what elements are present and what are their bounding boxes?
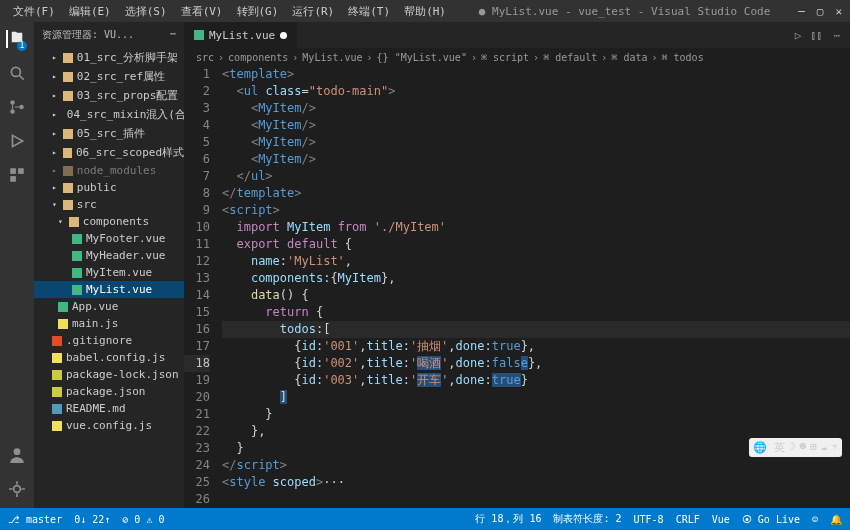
tree-item[interactable]: src	[34, 196, 184, 213]
tab-size[interactable]: 制表符长度: 2	[553, 512, 621, 526]
branch-indicator[interactable]: ⎇ master	[8, 514, 62, 525]
bell-icon[interactable]: 🔔	[830, 514, 842, 525]
problems-indicator[interactable]: ⊘ 0 ⚠ 0	[122, 514, 164, 525]
md-icon	[52, 404, 62, 414]
folder-icon	[63, 183, 73, 193]
activitybar	[0, 22, 34, 508]
extensions-icon[interactable]	[8, 166, 26, 184]
split-icon[interactable]: ⫿⫿	[811, 29, 823, 42]
sync-indicator[interactable]: 0↓ 22↑	[74, 514, 110, 525]
tab-bar: MyList.vue ▷ ⫿⫿ ⋯	[184, 22, 850, 48]
ime-button[interactable]: ☁	[821, 440, 828, 455]
menu-item[interactable]: 文件(F)	[8, 2, 60, 21]
eol[interactable]: CRLF	[676, 514, 700, 525]
folder-icon	[63, 148, 72, 158]
ime-button[interactable]: 🌐 英	[753, 440, 785, 455]
menu-item[interactable]: 编辑(E)	[64, 2, 116, 21]
feedback-icon[interactable]: ☺	[812, 514, 818, 525]
tree-item[interactable]: MyItem.vue	[34, 264, 184, 281]
tree-item[interactable]: babel.config.js	[34, 349, 184, 366]
folder-icon	[63, 200, 73, 210]
statusbar: ⎇ master 0↓ 22↑ ⊘ 0 ⚠ 0 行 18，列 16 制表符长度:…	[0, 508, 850, 530]
tree-item[interactable]: components	[34, 213, 184, 230]
svg-rect-6	[10, 176, 16, 182]
encoding[interactable]: UTF-8	[634, 514, 664, 525]
close-icon[interactable]: ✕	[835, 5, 842, 18]
more-icon[interactable]: ⋯	[833, 29, 840, 42]
tree-item[interactable]: MyHeader.vue	[34, 247, 184, 264]
menu-item[interactable]: 终端(T)	[343, 2, 395, 21]
menu-item[interactable]: 运行(R)	[287, 2, 339, 21]
tree-item[interactable]: 03_src_props配置	[34, 86, 184, 105]
titlebar: 文件(F)编辑(E)选择(S)查看(V)转到(G)运行(R)终端(T)帮助(H)…	[0, 0, 850, 22]
vue-icon	[194, 30, 204, 40]
file-tree: 01_src_分析脚手架02_src_ref属性03_src_props配置04…	[34, 48, 184, 434]
tree-item[interactable]: App.vue	[34, 298, 184, 315]
ime-button[interactable]: ☽	[789, 440, 796, 455]
minimize-icon[interactable]: ─	[798, 5, 805, 18]
menu-item[interactable]: 转到(G)	[232, 2, 284, 21]
explorer-icon[interactable]	[6, 30, 24, 48]
tree-item[interactable]: MyFooter.vue	[34, 230, 184, 247]
account-icon[interactable]	[8, 446, 26, 464]
menu-item[interactable]: 查看(V)	[176, 2, 228, 21]
tree-item[interactable]: main.js	[34, 315, 184, 332]
ime-button[interactable]: ⊞	[810, 440, 817, 455]
go-live[interactable]: ⦿ Go Live	[742, 514, 800, 525]
folder-icon	[63, 166, 73, 176]
tree-item[interactable]: package-lock.json	[34, 366, 184, 383]
sidebar-header: 资源管理器: VU... ⋯	[34, 22, 184, 48]
gear-icon[interactable]	[8, 480, 26, 498]
explorer-sidebar: 资源管理器: VU... ⋯ 01_src_分析脚手架02_src_ref属性0…	[34, 22, 184, 508]
js-icon	[52, 353, 62, 363]
breadcrumbs[interactable]: src›components›MyList.vue›{} "MyList.vue…	[184, 48, 850, 66]
git-icon[interactable]	[8, 98, 26, 116]
sidebar-actions[interactable]: ⋯	[170, 28, 176, 42]
folder-icon	[63, 129, 73, 139]
tree-item[interactable]: public	[34, 179, 184, 196]
tree-item[interactable]: 01_src_分析脚手架	[34, 48, 184, 67]
ime-toolbar[interactable]: 🌐 英☽☻⊞☁▿	[749, 438, 842, 457]
folder-icon	[63, 72, 73, 82]
menu-item[interactable]: 选择(S)	[120, 2, 172, 21]
svg-point-3	[19, 105, 24, 110]
tree-item[interactable]: package.json	[34, 383, 184, 400]
window-controls: ─ ▢ ✕	[798, 5, 842, 18]
ime-button[interactable]: ▿	[831, 440, 838, 455]
tree-item[interactable]: .gitignore	[34, 332, 184, 349]
json-icon	[52, 370, 62, 380]
debug-icon[interactable]	[8, 132, 26, 150]
tree-item[interactable]: 04_src_mixin混入(合)	[34, 105, 184, 124]
folder-icon	[63, 91, 73, 101]
search-icon[interactable]	[8, 64, 26, 82]
svg-point-0	[11, 67, 20, 76]
tab-mylist[interactable]: MyList.vue	[184, 22, 297, 48]
ime-button[interactable]: ☻	[800, 440, 807, 455]
svg-point-8	[14, 486, 21, 493]
maximize-icon[interactable]: ▢	[817, 5, 824, 18]
vue-icon	[72, 234, 82, 244]
tree-item[interactable]: node_modules	[34, 162, 184, 179]
editor-area: MyList.vue ▷ ⫿⫿ ⋯ src›components›MyList.…	[184, 22, 850, 508]
git-icon	[52, 336, 62, 346]
tree-item[interactable]: vue.config.js	[34, 417, 184, 434]
language-mode[interactable]: Vue	[712, 514, 730, 525]
vue-icon	[72, 285, 82, 295]
json-icon	[52, 387, 62, 397]
tree-item[interactable]: 06_src_scoped样式	[34, 143, 184, 162]
window-title: ● MyList.vue - vue_test - Visual Studio …	[451, 5, 798, 18]
folder-icon	[69, 217, 79, 227]
vue-icon	[72, 268, 82, 278]
vue-icon	[58, 302, 68, 312]
tree-item[interactable]: README.md	[34, 400, 184, 417]
tree-item[interactable]: 05_src_插件	[34, 124, 184, 143]
menubar: 文件(F)编辑(E)选择(S)查看(V)转到(G)运行(R)终端(T)帮助(H)	[8, 2, 451, 21]
tree-item[interactable]: MyList.vue	[34, 281, 184, 298]
cursor-position[interactable]: 行 18，列 16	[475, 512, 541, 526]
svg-rect-4	[10, 168, 16, 174]
vue-icon	[72, 251, 82, 261]
run-icon[interactable]: ▷	[795, 29, 802, 42]
menu-item[interactable]: 帮助(H)	[399, 2, 451, 21]
tree-item[interactable]: 02_src_ref属性	[34, 67, 184, 86]
modified-dot-icon	[280, 32, 287, 39]
